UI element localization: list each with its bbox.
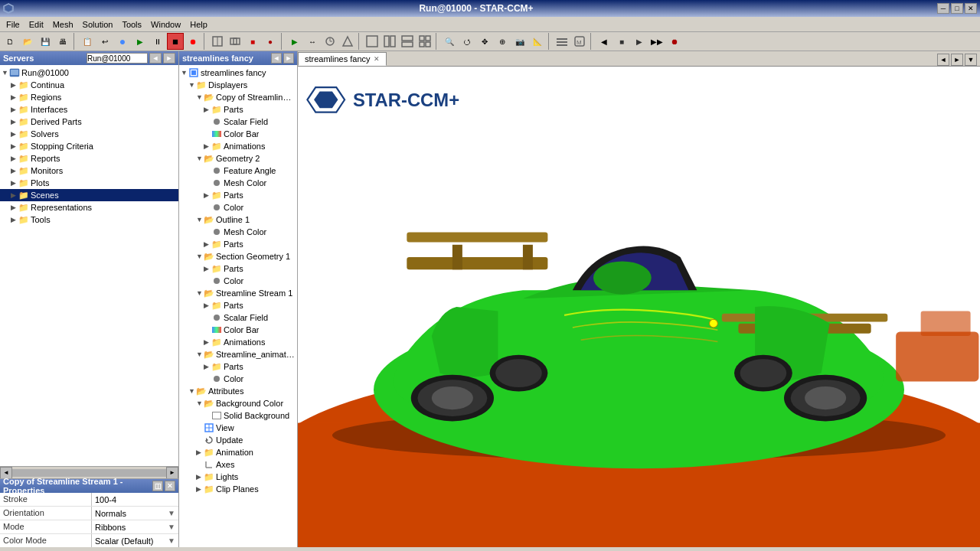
tree-item-stopping[interactable]: ▶ 📁 Stopping Criteria [0,140,178,152]
color-mode-dropdown-arrow[interactable]: ▼ [168,536,175,545]
scene-item-color3[interactable]: ▶ Color [179,373,297,385]
tree-item-run01000[interactable]: ▼ Run@01000 [0,67,178,79]
tool3[interactable]: ■ [244,33,261,50]
menu-item-file[interactable]: File [2,18,24,31]
scene-item-parts2[interactable]: ▶ 📁 Parts [179,189,297,201]
scene-item-colorbar2[interactable]: ▶ Color Bar [179,324,297,336]
server-field[interactable] [87,53,148,64]
scene-item-scalar2[interactable]: ▶ Scalar Field [179,311,297,324]
scene-item-parts3[interactable]: ▶ 📁 Parts [179,238,297,250]
menu-item-edit[interactable]: Edit [24,18,48,31]
scene-item-attributes[interactable]: ▼ 📂 Attributes [179,385,297,397]
scene-item-displayers[interactable]: ▼ 📁 Displayers [179,79,297,91]
scene-item-parts1[interactable]: ▶ 📁 Parts [179,103,297,116]
print-button[interactable]: 🖶 [54,33,71,50]
scene-item-section-geo[interactable]: ▼ 📂 Section Geometry 1 [179,250,297,262]
scene-item-parts6[interactable]: ▶ 📁 Parts [179,360,297,373]
viewport[interactable]: STAR-CCM+ [298,67,980,547]
scene-item-view[interactable]: ▶ View [179,422,297,434]
tree-item-plots[interactable]: ▶ 📁 Plots [0,177,178,189]
scene-item-update[interactable]: ▶ Update [179,434,297,446]
prev-frame[interactable]: ◀ [596,33,612,50]
scene-item-parts5[interactable]: ▶ 📁 Parts [179,299,297,311]
menu-item-window[interactable]: Window [146,18,185,31]
prop-value-mode[interactable]: Ribbons ▼ [92,520,178,533]
scroll-right-btn[interactable]: ► [166,467,178,479]
menu-item-help[interactable]: Help [185,18,212,31]
viewport-4[interactable] [416,33,433,50]
scene-item-mesh-color2[interactable]: ▶ Mesh Color [179,226,297,238]
viewport-1[interactable] [364,33,381,50]
maximize-button[interactable]: □ [951,3,963,14]
scene-item-axes[interactable]: ▶ Axes [179,458,297,471]
tree-item-tools[interactable]: ▶ 📁 Tools [0,214,178,226]
settings-tool[interactable] [554,33,570,50]
viewport-3[interactable] [399,33,416,50]
run-button[interactable]: ▶ [132,33,149,50]
scene-item-parts4[interactable]: ▶ 📁 Parts [179,262,297,275]
stop-anim[interactable]: ■ [613,33,630,50]
tool5[interactable] [322,33,338,50]
scene-item-copy-streamline[interactable]: ▼ 📂 Copy of Streamline Str... [179,91,297,103]
scene-item-clip-planes[interactable]: ▶ 📁 Clip Planes [179,483,297,495]
ruler[interactable]: 📐 [529,33,546,50]
new-button[interactable]: 🗋 [2,33,18,50]
scroll-track[interactable] [12,469,166,477]
scene-item-root[interactable]: ▼ streamlines fancy [179,67,297,79]
tree-item-continua[interactable]: ▶ 📁 Continua [0,79,178,91]
record-button[interactable]: ⏺ [185,33,201,50]
menu-item-mesh[interactable]: Mesh [48,18,78,31]
scene-item-animation[interactable]: ▶ 📁 Animation [179,446,297,458]
prop-value-orientation[interactable]: Normals ▼ [92,507,178,520]
server-collapse-btn[interactable]: ► [163,53,175,64]
save-button[interactable]: 💾 [37,33,54,50]
next-frame[interactable]: ▶▶ [648,33,665,50]
camera[interactable]: 📷 [511,33,528,50]
play-green[interactable]: ▶ [286,33,303,50]
step-back[interactable]: ↔ [304,33,321,50]
scene-item-anims2[interactable]: ▶ 📁 Animations [179,336,297,348]
tool6[interactable] [339,33,356,50]
tree-item-scenes[interactable]: ▶ 📁 Scenes [0,189,178,201]
open-button[interactable]: 📂 [19,33,36,50]
zoom-fit[interactable]: 🔍 [441,33,458,50]
props-float-btn[interactable]: ◫ [152,481,163,491]
scene-item-mesh-color1[interactable]: ▶ Mesh Color [179,177,297,189]
rec-anim[interactable]: ⏺ [666,33,683,50]
scene-item-color2[interactable]: ▶ Color [179,275,297,287]
scene-item-outline1[interactable]: ▼ 📂 Outline 1 [179,214,297,226]
tool2[interactable] [227,33,243,50]
menu-item-solution[interactable]: Solution [78,18,118,31]
viewport-ctrl-2[interactable]: ► [951,54,963,66]
orientation-dropdown-arrow[interactable]: ▼ [168,509,175,517]
tree-item-regions[interactable]: ▶ 📁 Regions [0,91,178,103]
tree-item-interfaces[interactable]: ▶ 📁 Interfaces [0,103,178,116]
scene-item-geo2[interactable]: ▼ 📂 Geometry 2 [179,152,297,165]
tree-item-monitors[interactable]: ▶ 📁 Monitors [0,165,178,177]
tree-item-derived-parts[interactable]: ▶ 📁 Derived Parts [0,116,178,128]
scene-item-colorbar1[interactable]: ▶ Color Bar [179,128,297,140]
tree-item-solvers[interactable]: ▶ 📁 Solvers [0,128,178,140]
tree-item-reports[interactable]: ▶ 📁 Reports [0,152,178,165]
props-close-btn[interactable]: ✕ [165,481,175,491]
scene-item-scalar1[interactable]: ▶ Scalar Field [179,116,297,128]
minimize-button[interactable]: ─ [937,3,949,14]
scene-item-stream1[interactable]: ▼ 📂 Streamline Stream 1 [179,287,297,299]
prop-value-stroke[interactable]: 100-4 [92,493,178,506]
mode-dropdown-arrow[interactable]: ▼ [168,523,175,531]
macro[interactable]: M [571,33,588,50]
viewport-ctrl-3[interactable]: ▼ [965,54,977,66]
close-button[interactable]: ✕ [965,3,977,14]
rotate[interactable]: ⭯ [459,33,475,50]
tab-streamlines[interactable]: streamlines fancy ✕ [298,52,387,66]
stop-button[interactable]: ⏹ [167,33,184,50]
menu-item-tools[interactable]: Tools [117,18,146,31]
tab-close-streamlines[interactable]: ✕ [374,55,380,63]
undo-button[interactable]: ↩ [96,33,113,50]
viewport-ctrl-1[interactable]: ◄ [937,54,949,66]
server-expand-btn[interactable]: ◄ [149,53,162,64]
tree-item-representations[interactable]: ▶ 📁 Representations [0,201,178,214]
scene-item-lights[interactable]: ▶ 📁 Lights [179,471,297,483]
copy-button[interactable]: 📋 [79,33,96,50]
tool4[interactable]: ● [262,33,279,50]
